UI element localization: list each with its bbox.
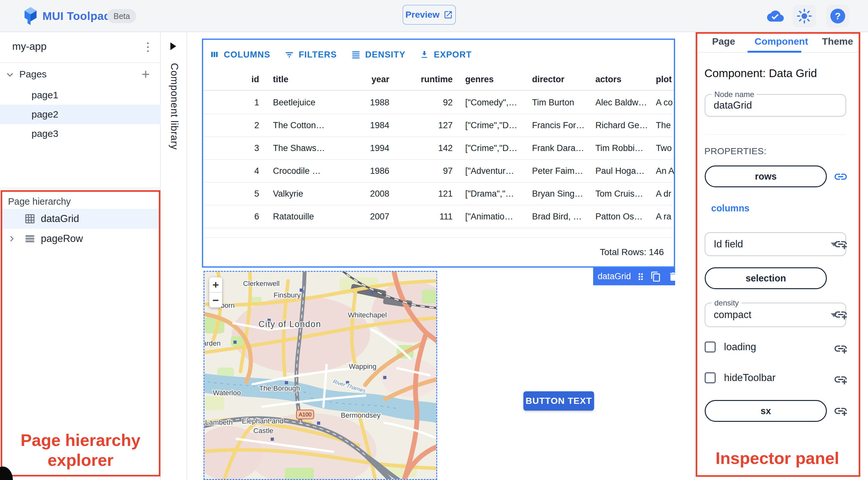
page-item[interactable]: page1 — [0, 86, 161, 105]
app-title: MUI Toolpad — [42, 10, 111, 23]
column-header-runtime: runtime — [396, 74, 459, 85]
add-binding-icon[interactable] — [833, 372, 848, 387]
node-name-label: Node name — [712, 90, 757, 99]
hierarchy-item-label: pageRow — [41, 233, 83, 245]
cloud-sync-button[interactable] — [764, 4, 787, 28]
filters-button[interactable]: FILTERS — [284, 50, 337, 60]
zoom-in-button[interactable]: + — [209, 277, 222, 293]
hidetoolbar-label: hideToolbar — [724, 372, 775, 384]
density-select[interactable]: density compact — [705, 302, 846, 327]
map-component[interactable]: A100 ClerkenwellFinsburybornWhitechapelC… — [204, 271, 437, 480]
component-library-label: Component library — [168, 63, 180, 150]
divider — [705, 134, 846, 135]
loading-checkbox-row[interactable]: loading — [705, 341, 756, 353]
selection-property-button[interactable]: selection — [705, 267, 827, 289]
help-button[interactable]: ? — [826, 4, 849, 28]
add-page-button[interactable]: + — [137, 66, 154, 82]
hierarchy-item-pagerow[interactable]: pageRow — [2, 229, 159, 249]
inspector-panel-annotation: Inspector panel — [695, 449, 860, 468]
app-menu-kebab-icon[interactable]: ⋮ — [139, 38, 157, 56]
page-item[interactable]: page2 — [0, 105, 161, 124]
sx-property-button[interactable]: sx — [705, 400, 827, 422]
binding-link-icon[interactable] — [833, 169, 848, 184]
datagrid-header-row[interactable]: id title year runtime genres director ac… — [203, 69, 674, 91]
id-field-value: Id field — [705, 233, 845, 255]
checkbox-unchecked-icon[interactable] — [705, 372, 716, 383]
hierarchy-item-label: dataGrid — [41, 213, 79, 225]
pages-section-header[interactable]: Pages + — [0, 63, 161, 86]
map-label: arden — [205, 339, 220, 347]
density-button[interactable]: DENSITY — [351, 50, 405, 60]
component-heading: Component: Data Grid — [704, 67, 817, 80]
app-name-row: my-app ⋮ — [0, 32, 161, 63]
column-header-director: director — [526, 74, 589, 85]
preview-label: Preview — [405, 10, 439, 20]
map-label: Lambeth — [205, 418, 233, 426]
map-label: City of London — [258, 319, 321, 329]
grid-icon — [24, 213, 36, 225]
column-header-title: title — [262, 74, 359, 85]
component-library-panel[interactable]: Component library — [161, 32, 187, 480]
table-row: 5 Valkyrie 2008 121 ["Drama","… Bryan Si… — [203, 183, 674, 205]
open-in-new-icon — [443, 10, 453, 20]
rows-property-button[interactable]: rows — [705, 165, 827, 187]
drag-handle-icon[interactable] — [636, 271, 646, 282]
map-label: Bermondsey — [341, 411, 381, 419]
column-header-plot: plot — [649, 74, 674, 85]
download-icon — [420, 50, 429, 59]
theme-brightness-button[interactable] — [793, 4, 816, 28]
map-label: Wapping — [349, 362, 376, 371]
duplicate-icon[interactable] — [650, 271, 661, 282]
tab-component[interactable]: Component — [754, 36, 808, 47]
filter-icon — [284, 50, 294, 59]
datagrid-rows: 1 Beetlejuice 1988 92 ["Comedy",… Tim Bu… — [203, 91, 674, 228]
datagrid-toolbar: COLUMNS FILTERS DENSITY — [210, 47, 472, 62]
columns-property-link[interactable]: columns — [711, 203, 749, 214]
cloud-done-icon — [767, 8, 784, 24]
table-row: 4 Crocodile … 1986 97 ["Adventur… Peter … — [203, 160, 674, 183]
active-tab-indicator — [747, 51, 802, 53]
tab-page[interactable]: Page — [712, 36, 735, 47]
total-rows-label: Total Rows: 146 — [600, 247, 664, 257]
page-hierarchy-title: Page hierarchy — [8, 196, 71, 207]
page-item[interactable]: page3 — [0, 124, 161, 143]
explorer-sidebar: my-app ⋮ Pages + page1page2page3 Page hi… — [0, 32, 161, 480]
map-label: Waterloo — [213, 389, 241, 397]
tab-theme[interactable]: Theme — [822, 36, 853, 47]
map-label: The Borough — [259, 384, 300, 392]
columns-button[interactable]: COLUMNS — [210, 50, 270, 60]
preview-button[interactable]: Preview — [403, 5, 456, 25]
zoom-out-button[interactable]: − — [209, 293, 222, 308]
add-binding-icon[interactable] — [833, 404, 848, 418]
add-binding-icon[interactable] — [833, 237, 848, 252]
page-hierarchy-annotation-box: Page hierarchy dataGrid pageRow — [1, 190, 160, 477]
rows-stack-icon — [24, 233, 36, 245]
app-name: my-app — [12, 40, 46, 52]
table-row: 6 Ratatouille 2007 111 ["Animatio… Brad … — [203, 205, 674, 228]
column-header-actors: actors — [589, 74, 649, 85]
node-name-field[interactable]: Node name dataGrid — [705, 94, 846, 117]
button-component[interactable]: BUTTON TEXT — [523, 391, 594, 411]
id-field-select[interactable]: Id field — [705, 232, 846, 256]
checkbox-unchecked-icon[interactable] — [705, 342, 716, 352]
chevron-right-icon[interactable] — [7, 234, 17, 243]
add-binding-icon[interactable] — [833, 307, 848, 322]
editor-canvas: COLUMNS FILTERS DENSITY — [187, 32, 694, 480]
datagrid-footer: Total Rows: 146 — [203, 238, 674, 266]
divider — [0, 188, 160, 188]
expand-right-icon[interactable] — [170, 42, 176, 50]
hierarchy-item-datagrid[interactable]: dataGrid — [2, 209, 159, 229]
delete-icon[interactable] — [668, 271, 679, 282]
selection-tag: dataGrid — [593, 268, 675, 285]
hidetoolbar-checkbox-row[interactable]: hideToolbar — [705, 372, 775, 384]
map-label: Castle — [253, 427, 273, 435]
map-zoom-control: + − — [209, 277, 222, 308]
export-button[interactable]: EXPORT — [420, 50, 472, 60]
page-hierarchy-explorer-annotation: Page hierarchy explorer — [2, 430, 159, 470]
column-header-genres: genres — [459, 74, 526, 85]
datagrid-component[interactable]: COLUMNS FILTERS DENSITY — [202, 38, 675, 268]
pages-list: page1page2page3 — [0, 86, 161, 143]
map-label: Finsbury — [274, 291, 301, 299]
map-image: A100 ClerkenwellFinsburybornWhitechapelC… — [205, 272, 437, 480]
add-binding-icon[interactable] — [833, 341, 848, 356]
